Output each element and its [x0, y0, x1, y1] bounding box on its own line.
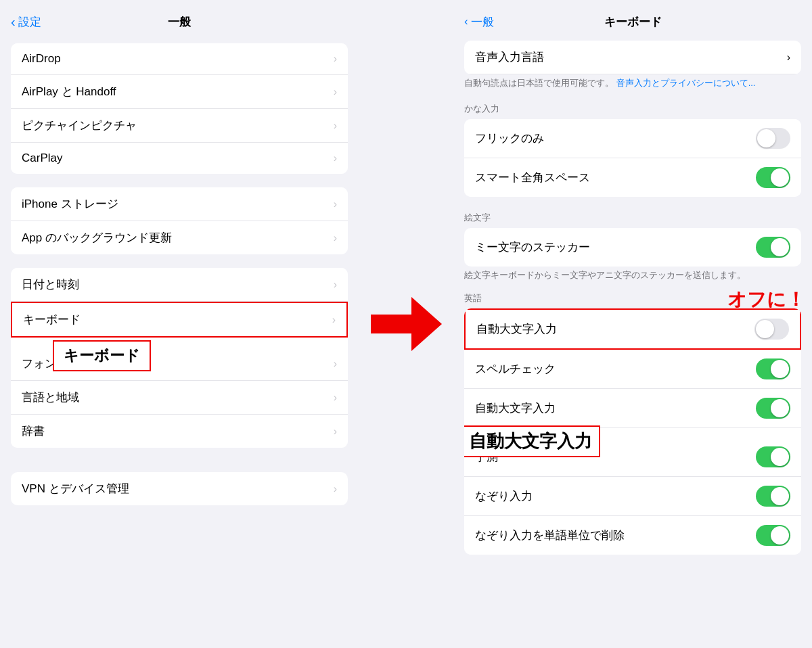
- right-partial-group: 音声入力言語 ›: [464, 41, 801, 74]
- row-label: ピクチャインピクチャ: [22, 118, 137, 133]
- right-english-group: 自動大文字入力 スペルチェック 自動大文字入力 自動大: [464, 308, 801, 555]
- note-link[interactable]: 音声入力とプライバシーについて...: [616, 78, 756, 88]
- emoji-note: 絵文字キーボードからミー文字やアニ文字のステッカーを送信します。: [464, 269, 801, 281]
- chevron-icon: ›: [334, 152, 337, 164]
- list-item[interactable]: iPhone ストレージ ›: [11, 187, 348, 221]
- toggle-knob: [771, 487, 789, 505]
- left-group-1: AirDrop › AirPlay と Handoff › ピクチャインピクチャ…: [11, 43, 348, 174]
- toggle-knob: [771, 238, 789, 256]
- chevron-icon: ›: [334, 232, 337, 244]
- prediction-toggle[interactable]: [756, 446, 790, 467]
- keyboard-row[interactable]: キーボード › キーボード: [11, 302, 348, 338]
- swipe-input-toggle[interactable]: [756, 486, 790, 507]
- toggle-knob: [756, 320, 774, 338]
- list-item[interactable]: 辞書 ›: [11, 415, 348, 448]
- left-back-button[interactable]: ‹ 設定: [11, 14, 41, 30]
- chevron-icon: ›: [334, 198, 337, 210]
- list-item[interactable]: AirPlay と Handoff ›: [11, 75, 348, 109]
- list-item[interactable]: 音声入力言語 ›: [464, 41, 801, 74]
- row-label: AirDrop: [22, 52, 61, 66]
- auto-capitalize-annotation-label: 自動大文字入力: [469, 431, 592, 451]
- keyboard-annotation: キーボード: [53, 340, 151, 371]
- annotation-label: キーボード: [64, 347, 140, 364]
- annotation-box: キーボード: [53, 340, 151, 371]
- chevron-icon: ›: [332, 314, 336, 326]
- chevron-icon: ›: [334, 53, 337, 65]
- arrow-head: [411, 297, 442, 351]
- memoji-sticker-toggle[interactable]: [756, 237, 790, 258]
- list-item[interactable]: 日付と時刻 ›: [11, 268, 348, 302]
- right-panel: ‹ 一般 キーボード 音声入力言語 › 自動句読点は日本語で使用可能です。 音声…: [453, 0, 812, 648]
- right-back-label: 一般: [471, 14, 494, 30]
- list-item[interactable]: VPN とデバイス管理 ›: [11, 472, 348, 505]
- note-text: 自動句読点は日本語で使用可能です。: [464, 78, 614, 88]
- row-label: iPhone ストレージ: [22, 196, 118, 212]
- right-settings-content: 音声入力言語 › 自動句読点は日本語で使用可能です。 音声入力とプライバシーにつ…: [453, 38, 812, 648]
- row-label: フリックのみ: [475, 131, 544, 146]
- chevron-icon: ›: [787, 51, 790, 64]
- row-label: 自動大文字入力: [475, 400, 556, 416]
- voice-note: 自動句読点は日本語で使用可能です。 音声入力とプライバシーについて...: [464, 77, 801, 89]
- swipe-input-row[interactable]: なぞり入力: [464, 477, 801, 516]
- left-nav-bar: ‹ 設定 一般: [0, 0, 359, 38]
- smart-fullwidth-toggle[interactable]: [756, 167, 790, 188]
- row-label: なぞり入力: [475, 488, 533, 504]
- chevron-icon: ›: [334, 483, 337, 495]
- list-item[interactable]: AirDrop ›: [11, 43, 348, 75]
- arrow-shape: [371, 297, 442, 351]
- list-item[interactable]: ミー文字のステッカー: [464, 228, 801, 267]
- row-label: 日付と時刻: [22, 277, 79, 292]
- row-label: なぞり入力を単語単位で削除: [475, 528, 625, 543]
- right-nav-bar: ‹ 一般 キーボード: [453, 0, 812, 38]
- spell-check-row[interactable]: スペルチェック: [464, 350, 801, 389]
- left-back-chevron-icon: ‹: [11, 15, 16, 28]
- list-item[interactable]: ピクチャインピクチャ ›: [11, 109, 348, 143]
- row-label: 辞書: [22, 423, 45, 439]
- row-label: VPN とデバイス管理: [22, 481, 129, 496]
- auto-capitalize-annotation-row[interactable]: 自動大文字入力 自動大文字入力: [464, 389, 801, 428]
- chevron-icon: ›: [334, 392, 337, 404]
- section-header-kana: かな入力: [453, 99, 812, 119]
- toggle-knob: [771, 448, 789, 466]
- auto-capitalize-toggle-off[interactable]: [754, 319, 789, 340]
- row-label: ミー文字のステッカー: [475, 239, 590, 255]
- swipe-delete-toggle[interactable]: [756, 525, 790, 546]
- row-label: 自動大文字入力: [476, 321, 557, 337]
- section-header-emoji: 絵文字: [453, 208, 812, 228]
- list-item[interactable]: CarPlay ›: [11, 143, 348, 174]
- auto-capitalize-row-highlighted[interactable]: 自動大文字入力: [464, 308, 801, 350]
- left-group-4: VPN とデバイス管理 ›: [11, 472, 348, 505]
- arrow-body: [371, 315, 411, 333]
- toggle-knob: [771, 360, 789, 378]
- swipe-delete-row[interactable]: なぞり入力を単語単位で削除: [464, 516, 801, 555]
- row-label: CarPlay: [22, 152, 62, 165]
- flick-only-toggle[interactable]: [756, 128, 790, 149]
- chevron-icon: ›: [334, 279, 337, 291]
- auto-capitalize-annotation: 自動大文字入力: [464, 425, 600, 457]
- row-label: スマート全角スペース: [475, 170, 590, 185]
- chevron-icon: ›: [334, 86, 337, 98]
- toggle-knob: [771, 168, 789, 187]
- auto-capitalize-toggle-on[interactable]: [756, 398, 790, 419]
- row-label: スペルチェック: [475, 361, 556, 377]
- left-group-3: 日付と時刻 › キーボード › キーボード フォント › 言語と地域 ›: [11, 268, 348, 448]
- row-label: キーボード: [23, 312, 81, 327]
- list-item[interactable]: App のバックグラウンド更新 ›: [11, 221, 348, 254]
- left-back-label: 設定: [18, 14, 41, 30]
- list-item[interactable]: スマート全角スペース: [464, 158, 801, 197]
- right-nav-title: キーボード: [604, 14, 662, 30]
- left-group-2: iPhone ストレージ › App のバックグラウンド更新 ›: [11, 187, 348, 254]
- toggle-knob: [757, 129, 775, 147]
- right-back-button[interactable]: ‹ 一般: [464, 14, 494, 30]
- left-panel: ‹ 設定 一般 AirDrop › AirPlay と Handoff › ピク…: [0, 0, 359, 648]
- right-back-chevron-icon: ‹: [464, 15, 468, 28]
- section-header-english: 英語 オフに！: [453, 288, 812, 308]
- toggle-knob: [771, 526, 789, 545]
- list-item[interactable]: 言語と地域 ›: [11, 381, 348, 415]
- spell-check-toggle[interactable]: [756, 358, 790, 379]
- chevron-icon: ›: [334, 358, 337, 370]
- chevron-icon: ›: [334, 120, 337, 132]
- row-label: App のバックグラウンド更新: [22, 230, 172, 246]
- list-item[interactable]: フリックのみ: [464, 119, 801, 158]
- navigation-arrow: [359, 0, 453, 648]
